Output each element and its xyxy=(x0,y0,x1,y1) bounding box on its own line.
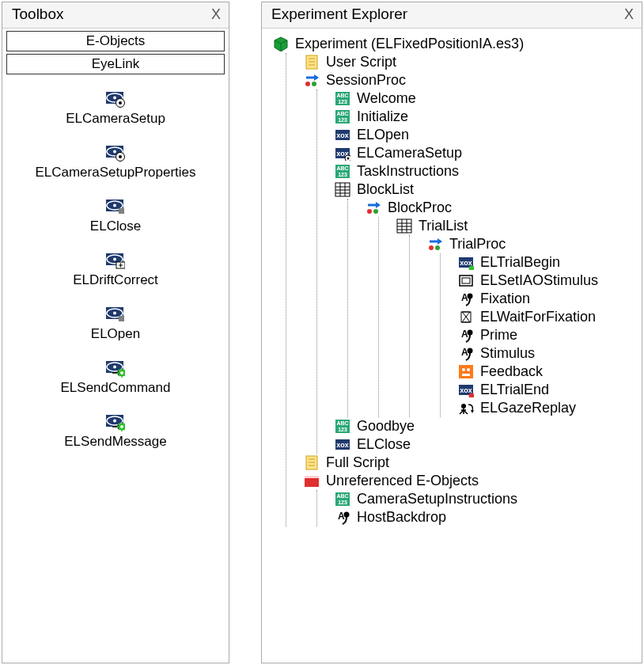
tree-item-elgazereplay[interactable]: ELGazeReplay xyxy=(456,399,637,417)
tool-item-label: ELOpen xyxy=(91,326,140,342)
tool-item-elsendmessage[interactable]: ELSendMessage xyxy=(64,415,166,450)
tree-item-welcome[interactable]: Welcome xyxy=(333,89,637,108)
explorer-tree: Experiment (ELFixedPositionIA.es3)User S… xyxy=(262,28,642,663)
tree-item-full-script[interactable]: Full Script xyxy=(302,454,637,472)
tree-item-label: BlockProc xyxy=(388,200,452,216)
feedback-icon xyxy=(456,364,475,380)
tree-item-elclose[interactable]: ELClose xyxy=(333,435,637,454)
tree-item-label: Welcome xyxy=(357,90,416,107)
tree-item-user-script[interactable]: User Script xyxy=(302,53,637,71)
tree-children: CameraSetupInstructionsHostBackdrop xyxy=(316,490,637,526)
list-icon xyxy=(333,182,352,198)
tree-item-elsetiaostimulus[interactable]: ELSetIAOStimulus xyxy=(456,272,637,290)
script-icon xyxy=(302,55,321,70)
abc-icon xyxy=(333,109,352,125)
tree-item-elopen[interactable]: ELOpen xyxy=(333,126,637,144)
tree-children: WelcomeInitializeELOpenELCameraSetupTask… xyxy=(316,89,637,454)
toolbox-close-icon[interactable]: X xyxy=(211,6,221,23)
eye-sq-icon xyxy=(106,307,125,323)
tree-node: SessionProcWelcomeInitializeELOpenELCame… xyxy=(302,71,637,454)
tree-item-elwaitforfixation[interactable]: ELWaitForFixation xyxy=(456,308,637,326)
tool-item-eldriftcorrect[interactable]: ELDriftCorrect xyxy=(73,253,158,288)
tree-item-elcamerasetup[interactable]: ELCameraSetup xyxy=(333,144,637,162)
tree-item-label: TaskInstructions xyxy=(357,163,459,180)
eye-dot-icon xyxy=(106,92,125,108)
tree-item-stimulus[interactable]: Stimulus xyxy=(456,344,637,363)
tree-item-prime[interactable]: Prime xyxy=(456,326,637,344)
tree-node: HostBackdrop xyxy=(333,508,637,526)
explorer-close-icon[interactable]: X xyxy=(624,6,634,23)
eye-gear-icon xyxy=(106,415,125,431)
tree-item-hostbackdrop[interactable]: HostBackdrop xyxy=(333,508,637,526)
tree-node: TrialProcELTrialBeginELSetIAOStimulusFix… xyxy=(426,235,637,417)
tree-item-sessionproc[interactable]: SessionProc xyxy=(302,71,637,89)
tree-node: TrialListTrialProcELTrialBeginELSetIAOSt… xyxy=(395,217,637,417)
tool-item-label: ELDriftCorrect xyxy=(73,272,158,288)
tree-item-unreferenced-e-objects[interactable]: Unreferenced E-Objects xyxy=(302,472,637,490)
tree-item-eltrialbegin[interactable]: ELTrialBegin xyxy=(456,253,637,272)
tree-item-label: Unreferenced E-Objects xyxy=(326,473,479,489)
hourglass-icon xyxy=(456,310,475,325)
tab-eyelink[interactable]: EyeLink xyxy=(6,54,225,74)
xox-icon xyxy=(333,127,352,143)
tool-item-elcamerasetup[interactable]: ELCameraSetup xyxy=(66,92,165,127)
tree-item-initialize[interactable]: Initialize xyxy=(333,108,637,126)
tool-item-label: ELCameraSetup xyxy=(66,111,165,127)
tree-item-experiment-elfixedpositionia-es3-[interactable]: Experiment (ELFixedPositionIA.es3) xyxy=(271,35,637,53)
tree-item-trialproc[interactable]: TrialProc xyxy=(426,235,637,253)
xox-dot-icon xyxy=(333,146,352,162)
tool-item-elopen[interactable]: ELOpen xyxy=(91,307,140,342)
xox-icon xyxy=(333,437,352,453)
cube-icon xyxy=(271,36,290,52)
tree-item-goodbye[interactable]: Goodbye xyxy=(333,417,637,435)
tree-item-label: SessionProc xyxy=(326,72,406,89)
tab-eobjects[interactable]: E-Objects xyxy=(6,31,225,51)
tree-item-label: ELOpen xyxy=(357,127,409,143)
tree-item-label: ELWaitForFixation xyxy=(480,309,596,325)
tree-item-label: Stimulus xyxy=(480,345,535,362)
toolbox-items: ELCameraSetupELCameraSetupPropertiesELCl… xyxy=(2,74,229,450)
tree-node: Initialize xyxy=(333,108,637,126)
tree-item-label: ELCameraSetup xyxy=(357,145,462,162)
tree-item-label: ELTrialBegin xyxy=(480,254,560,271)
tool-item-label: ELSendCommand xyxy=(61,380,171,396)
tree-children: BlockProcTrialListTrialProcELTrialBeginE… xyxy=(347,199,637,417)
tree-children: User ScriptSessionProcWelcomeInitializeE… xyxy=(286,53,637,526)
an-icon xyxy=(456,346,475,362)
tree-node: ELTrialBegin xyxy=(456,253,637,272)
proc-icon xyxy=(302,73,321,89)
eye-sq-icon xyxy=(106,200,125,215)
tree-item-fixation[interactable]: Fixation xyxy=(456,290,637,308)
tree-node: CameraSetupInstructions xyxy=(333,490,637,508)
abc-icon xyxy=(333,492,352,507)
tree-item-label: TrialList xyxy=(419,218,468,234)
tree-node: BlockProcTrialListTrialProcELTrialBeginE… xyxy=(364,199,637,417)
tree-item-triallist[interactable]: TrialList xyxy=(395,217,637,235)
an-icon xyxy=(456,291,475,307)
abc-icon xyxy=(333,91,352,107)
tool-item-elcamerasetupproperties[interactable]: ELCameraSetupProperties xyxy=(35,146,195,180)
tree-node: ELWaitForFixation xyxy=(456,308,637,326)
tree-item-blockproc[interactable]: BlockProc xyxy=(364,199,637,217)
tool-item-label: ELClose xyxy=(90,218,141,234)
tree-item-label: ELTrialEnd xyxy=(480,382,549,398)
eye-gear-icon xyxy=(106,361,125,377)
tree-item-camerasetupinstructions[interactable]: CameraSetupInstructions xyxy=(333,490,637,508)
tree-node: Stimulus xyxy=(456,344,637,363)
tree-item-taskinstructions[interactable]: TaskInstructions xyxy=(333,162,637,180)
tool-item-elclose[interactable]: ELClose xyxy=(90,200,141,234)
tool-item-label: ELSendMessage xyxy=(64,434,166,450)
explorer-title: Experiment Explorer xyxy=(271,6,407,23)
folder-red-icon xyxy=(302,473,321,489)
tree-item-label: Full Script xyxy=(326,454,389,471)
tree-node: Fixation xyxy=(456,290,637,308)
tree-node: Welcome xyxy=(333,89,637,108)
tree-item-blocklist[interactable]: BlockList xyxy=(333,180,637,199)
an-icon xyxy=(456,328,475,344)
tool-item-label: ELCameraSetupProperties xyxy=(35,165,195,180)
tree-item-eltrialend[interactable]: ELTrialEnd xyxy=(456,381,637,399)
tool-item-elsendcommand[interactable]: ELSendCommand xyxy=(61,361,171,396)
tree-item-label: Initialize xyxy=(357,108,408,125)
tree-node: ELGazeReplay xyxy=(456,399,637,417)
tree-item-feedback[interactable]: Feedback xyxy=(456,363,637,381)
